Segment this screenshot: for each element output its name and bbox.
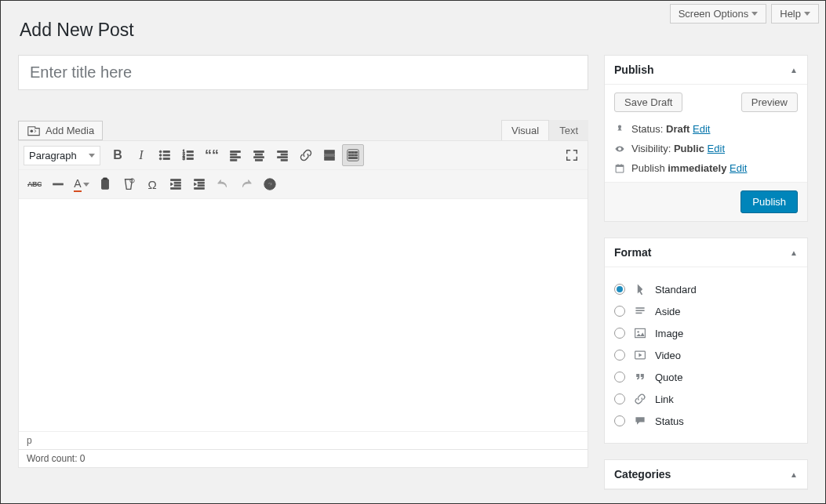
svg-rect-45 [195,179,205,181]
svg-rect-54 [620,164,621,165]
svg-rect-15 [231,157,241,158]
format-option-status[interactable]: Status [614,410,798,432]
format-option-link[interactable]: Link [614,388,798,410]
help-label: Help [780,8,801,20]
edit-visibility-link[interactable]: Edit [708,143,725,154]
add-media-button[interactable]: Add Media [18,121,103,140]
bold-button[interactable]: B [107,144,129,166]
media-icon [27,125,41,136]
radio-icon [614,350,625,361]
calendar-icon [614,163,625,174]
svg-rect-18 [256,154,263,155]
text-color-button[interactable]: A [71,173,93,195]
radio-icon [614,306,625,317]
svg-rect-42 [174,182,180,183]
svg-rect-44 [171,188,181,190]
format-option-standard[interactable]: Standard [614,278,798,300]
format-label: Image [655,328,683,339]
help-button[interactable]: Help [771,4,819,24]
svg-rect-34 [355,154,358,156]
svg-rect-21 [278,151,288,153]
format-box: Format ▲ StandardAsideImageVideoQuoteLin… [604,237,808,444]
svg-rect-55 [635,307,644,309]
categories-heading[interactable]: Categories ▲ [605,460,807,489]
italic-button[interactable]: I [130,144,152,166]
format-heading[interactable]: Format ▲ [605,238,807,267]
tab-visual[interactable]: Visual [501,120,549,140]
format-label: Aside [655,306,681,317]
svg-point-59 [637,331,639,332]
svg-text:T: T [103,182,107,189]
post-title-input[interactable] [18,55,588,90]
undo-button[interactable] [212,173,234,195]
outdent-button[interactable] [165,173,187,195]
svg-rect-10 [187,154,193,156]
screen-options-label: Screen Options [679,8,749,20]
svg-rect-30 [351,152,354,154]
svg-point-5 [159,158,162,160]
radio-icon [614,393,625,404]
svg-rect-22 [281,154,287,155]
caret-up-icon: ▲ [790,248,798,257]
paragraph-format-select[interactable]: Paragraph [24,146,100,165]
strikethrough-button[interactable]: ABC [24,173,45,195]
caret-up-icon: ▲ [790,470,798,479]
align-right-button[interactable] [271,144,293,166]
publish-box: Publish ▲ Save Draft Preview Status: Dra… [604,55,808,222]
help-icon-button[interactable]: ? [259,173,281,195]
svg-rect-41 [171,179,181,181]
fullscreen-button[interactable] [561,144,583,166]
preview-button[interactable]: Preview [741,92,798,112]
visibility-row: Visibility: Public Edit [614,143,798,154]
word-count: Word count: 0 [19,449,588,467]
svg-rect-31 [355,152,358,154]
radio-icon [614,284,625,295]
save-draft-button[interactable]: Save Draft [614,92,682,112]
clear-formatting-button[interactable] [118,173,140,195]
blockquote-button[interactable]: ““ [201,144,223,166]
align-left-button[interactable] [224,144,246,166]
svg-rect-13 [231,151,241,153]
format-label: Standard [655,284,697,296]
radio-icon [614,415,625,426]
caret-up-icon: ▲ [790,66,798,74]
redo-button[interactable] [235,173,257,195]
publish-button[interactable]: Publish [740,190,798,213]
indent-button[interactable] [188,173,210,195]
svg-rect-36 [53,183,64,185]
horizontal-rule-button[interactable] [47,173,69,195]
format-option-aside[interactable]: Aside [614,300,798,322]
format-label: Video [655,350,681,361]
editor-content-area[interactable] [19,199,588,431]
video-icon [633,348,647,362]
tab-text[interactable]: Text [549,120,588,140]
image-icon [633,326,647,340]
svg-rect-25 [325,150,335,154]
edit-schedule-link[interactable]: Edit [730,162,747,174]
bulleted-list-button[interactable] [154,144,176,166]
svg-point-3 [159,154,162,157]
svg-text:?: ? [267,180,272,189]
numbered-list-button[interactable]: 123 [177,144,199,166]
toolbar-toggle-button[interactable] [342,144,364,166]
format-option-image[interactable]: Image [614,322,798,344]
svg-point-0 [30,129,33,132]
special-char-button[interactable]: Ω [141,173,163,195]
chevron-down-icon [804,12,810,16]
chevron-down-icon [751,12,758,16]
status-row: Status: Draft Edit [614,123,798,135]
screen-options-button[interactable]: Screen Options [670,4,767,24]
format-label: Quote [655,372,682,383]
link-button[interactable] [295,144,317,166]
svg-rect-4 [163,154,169,156]
align-center-button[interactable] [248,144,270,166]
svg-rect-57 [635,313,642,314]
svg-rect-46 [198,182,204,183]
format-option-quote[interactable]: Quote [614,366,798,388]
radio-icon [614,372,625,383]
edit-status-link[interactable]: Edit [693,123,710,135]
format-option-video[interactable]: Video [614,344,798,366]
read-more-button[interactable] [318,144,340,166]
paste-text-button[interactable]: T [94,173,116,195]
publish-heading[interactable]: Publish ▲ [605,56,807,85]
